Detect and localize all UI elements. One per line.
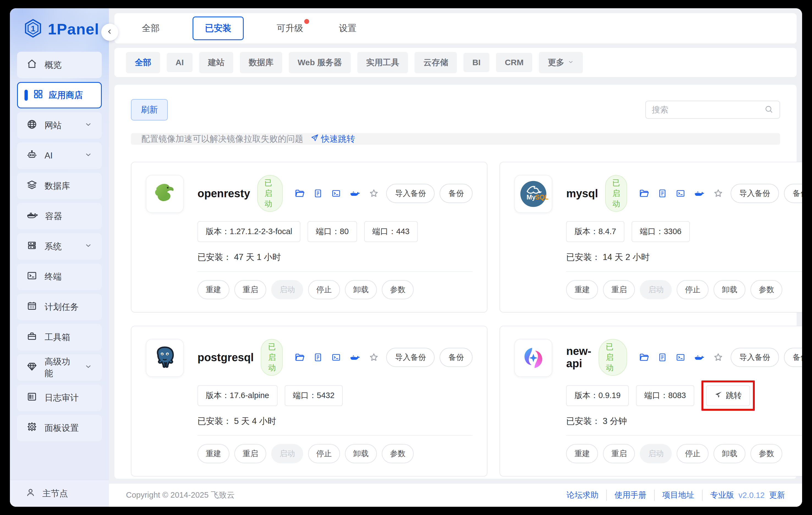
params-button[interactable]: 参数: [750, 444, 782, 463]
category-chip-webserver[interactable]: Web 服务器: [289, 52, 351, 73]
star-icon[interactable]: [369, 352, 379, 363]
terminal-icon[interactable]: [331, 352, 341, 362]
stop-button[interactable]: 停止: [677, 444, 708, 463]
docker-icon[interactable]: [694, 188, 705, 199]
jump-button[interactable]: 跳转: [706, 385, 750, 406]
category-chip-ai[interactable]: AI: [167, 53, 193, 72]
sidebar-item-label: 日志审计: [45, 392, 79, 404]
rebuild-button[interactable]: 重建: [198, 280, 229, 299]
version-label[interactable]: v2.0.12: [738, 491, 765, 500]
forum-help-link[interactable]: 论坛求助: [559, 490, 607, 501]
refresh-button[interactable]: 刷新: [131, 99, 168, 120]
sidebar-item-terminal[interactable]: 终端: [17, 263, 102, 290]
docker-icon[interactable]: [694, 352, 705, 363]
app-list-panel: 刷新 配置镜像加速可以解决镜像拉取失败的问题 快速跳转: [114, 85, 796, 479]
app-name: mysql: [566, 187, 598, 200]
search-icon[interactable]: [764, 105, 774, 115]
restart-button[interactable]: 重启: [603, 280, 635, 299]
backup-button[interactable]: 备份: [784, 348, 802, 367]
category-chip-bi[interactable]: BI: [463, 53, 489, 72]
pro-edition-link[interactable]: 专业版: [710, 490, 734, 501]
folder-icon[interactable]: [639, 188, 649, 199]
tab-upgradable[interactable]: 可升级: [274, 17, 306, 39]
category-chip-database[interactable]: 数据库: [240, 52, 282, 73]
star-icon[interactable]: [369, 188, 379, 199]
category-chip-cloudstorage[interactable]: 云存储: [414, 52, 457, 73]
sidebar-item-overview[interactable]: 概览: [17, 52, 102, 78]
rebuild-button[interactable]: 重建: [566, 444, 598, 463]
node-selector[interactable]: 主节点: [10, 480, 109, 507]
port-chip: 端口：3306: [632, 221, 690, 242]
file-icon[interactable]: [313, 352, 323, 362]
sidebar-item-ai[interactable]: AI: [17, 143, 102, 169]
backup-button[interactable]: 备份: [440, 348, 472, 367]
stop-button[interactable]: 停止: [308, 444, 340, 463]
import-backup-button[interactable]: 导入备份: [386, 348, 435, 367]
sidebar-item-website[interactable]: 网站: [17, 112, 102, 139]
file-icon[interactable]: [313, 189, 323, 198]
params-button[interactable]: 参数: [382, 280, 414, 299]
uninstall-button[interactable]: 卸载: [345, 280, 377, 299]
sidebar-item-cron[interactable]: 计划任务: [17, 294, 102, 320]
restart-button[interactable]: 重启: [234, 444, 266, 463]
backup-button[interactable]: 备份: [440, 184, 472, 203]
tab-settings[interactable]: 设置: [336, 17, 359, 39]
backup-button[interactable]: 备份: [784, 184, 802, 203]
params-button[interactable]: 参数: [750, 280, 782, 299]
sidebar-item-advanced[interactable]: 高级功能: [17, 354, 102, 381]
sidebar-item-toolbox[interactable]: 工具箱: [17, 324, 102, 350]
sidebar-item-system[interactable]: 系统: [17, 233, 102, 260]
file-icon[interactable]: [658, 352, 667, 362]
sidebar-item-logs[interactable]: 日志审计: [17, 384, 102, 411]
file-icon[interactable]: [658, 189, 667, 198]
stop-button[interactable]: 停止: [677, 280, 708, 299]
terminal-icon[interactable]: [331, 189, 341, 198]
manual-link[interactable]: 使用手册: [607, 490, 655, 501]
uninstall-button[interactable]: 卸载: [714, 444, 746, 463]
star-icon[interactable]: [713, 188, 723, 199]
sidebar-item-settings[interactable]: 面板设置: [17, 415, 102, 441]
category-chip-tools[interactable]: 实用工具: [357, 52, 408, 73]
category-chip-website[interactable]: 建站: [199, 52, 233, 73]
search-input[interactable]: [652, 105, 764, 114]
category-chip-all[interactable]: 全部: [126, 52, 160, 73]
tab-all[interactable]: 全部: [139, 17, 162, 39]
divider: [198, 271, 472, 272]
import-backup-button[interactable]: 导入备份: [731, 348, 779, 367]
docker-icon[interactable]: [349, 188, 360, 199]
port-value: 443: [396, 227, 410, 236]
restart-button[interactable]: 重启: [234, 280, 266, 299]
import-backup-button[interactable]: 导入备份: [731, 184, 779, 203]
send-icon: [714, 391, 723, 401]
import-backup-button[interactable]: 导入备份: [386, 184, 435, 203]
params-button[interactable]: 参数: [382, 444, 414, 463]
tab-installed[interactable]: 已安装: [193, 17, 244, 40]
app-meta: 版本：17.6-alpine 端口：5432: [198, 385, 472, 406]
sidebar-collapse-button[interactable]: [101, 24, 118, 41]
sidebar-item-app-store[interactable]: 应用商店: [17, 82, 102, 108]
sidebar-item-database[interactable]: 数据库: [17, 173, 102, 199]
uninstall-button[interactable]: 卸载: [714, 280, 746, 299]
rebuild-button[interactable]: 重建: [566, 280, 598, 299]
folder-icon[interactable]: [294, 352, 305, 363]
mysql-logo: MySQL: [514, 175, 552, 213]
terminal-icon[interactable]: [675, 189, 686, 198]
sidebar-item-container[interactable]: 容器: [17, 203, 102, 229]
log-list-icon: [26, 391, 37, 404]
star-icon[interactable]: [713, 352, 723, 363]
folder-icon[interactable]: [639, 352, 649, 363]
rebuild-button[interactable]: 重建: [198, 444, 229, 463]
category-chip-more[interactable]: 更多: [539, 52, 583, 73]
stop-button[interactable]: 停止: [308, 280, 340, 299]
brand-logo[interactable]: 1 1Panel: [10, 8, 109, 50]
category-chip-crm[interactable]: CRM: [496, 53, 532, 72]
folder-icon[interactable]: [294, 188, 305, 199]
restart-button[interactable]: 重启: [603, 444, 635, 463]
project-link[interactable]: 项目地址: [655, 490, 702, 501]
quick-jump-link[interactable]: 快速跳转: [311, 133, 355, 145]
docker-icon[interactable]: [349, 352, 360, 363]
uninstall-button[interactable]: 卸载: [345, 444, 377, 463]
update-link[interactable]: 更新: [769, 490, 785, 501]
terminal-icon[interactable]: [675, 352, 686, 362]
apps-grid: openresty 已启动 导入备份 备份: [131, 162, 780, 477]
